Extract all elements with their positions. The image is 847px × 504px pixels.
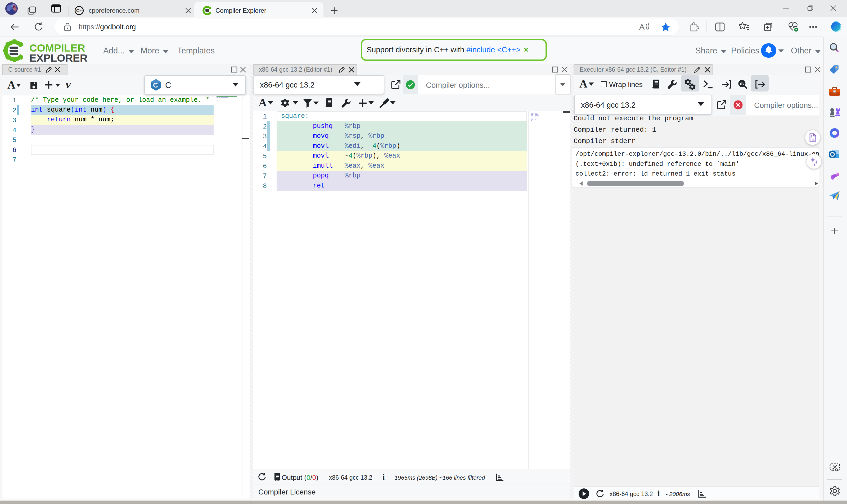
svg-text:C: C <box>76 8 80 13</box>
svg-text:A: A <box>639 22 644 31</box>
svg-text:++: ++ <box>80 9 83 12</box>
svg-text:C: C <box>153 81 158 89</box>
